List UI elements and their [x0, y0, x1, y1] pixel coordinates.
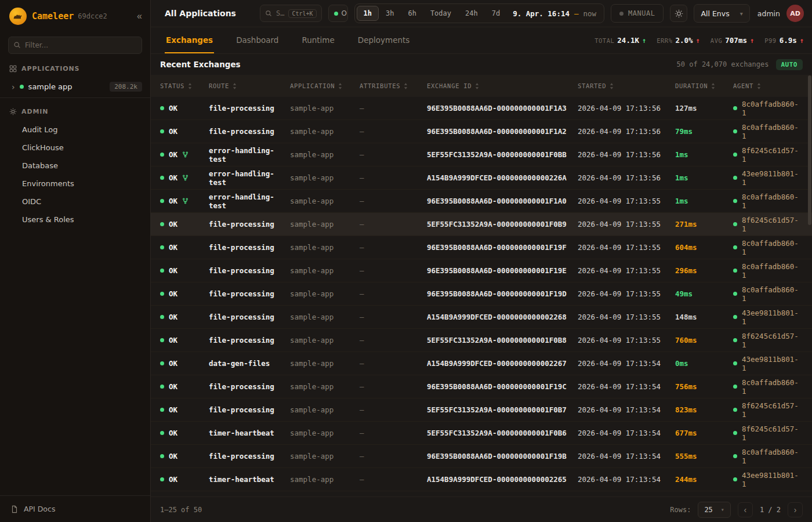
agent-cell: 8c0affadb860-1	[733, 239, 803, 256]
scrollbar-thumb[interactable]	[808, 75, 811, 225]
table-row[interactable]: OK error-handling-test sample-app — 96E3…	[151, 190, 812, 213]
table-row[interactable]: OK file-processing sample-app — 96E395B0…	[151, 375, 812, 398]
agent-label: 43ee9811b801-1	[742, 471, 803, 488]
duration-cell: 604ms	[675, 243, 733, 252]
table-row[interactable]: OK file-processing sample-app — 96E395B0…	[151, 282, 812, 306]
table-row[interactable]: OK file-processing sample-app — A154B9A9…	[151, 306, 812, 329]
table-row[interactable]: OK data-gen-files sample-app — A154B9A99…	[151, 352, 812, 375]
table-section-header: Recent Exchanges 50 of 24,070 exchanges …	[151, 54, 812, 75]
time-range-7d[interactable]: 7d	[485, 6, 507, 21]
sort-icon	[711, 83, 715, 89]
column-header-started[interactable]: STARTED	[578, 82, 675, 89]
sidebar-item-environments[interactable]: Environments	[0, 175, 150, 193]
user-avatar[interactable]: AD	[786, 5, 804, 22]
gear-icon	[9, 108, 17, 115]
tab-runtime[interactable]: Runtime	[300, 27, 335, 53]
table-row[interactable]: OK file-processing sample-app — 5EF55FC3…	[151, 213, 812, 236]
time-range-6h[interactable]: 6h	[401, 6, 423, 21]
global-search[interactable]: S… Ctrl+K	[260, 5, 322, 22]
route-cell: file-processing	[209, 289, 290, 298]
sidebar-item-database[interactable]: Database	[0, 157, 150, 175]
page-title: All Applications	[165, 9, 236, 18]
application-cell: sample-app	[290, 104, 360, 113]
duration-cell: 760ms	[675, 336, 733, 345]
agent-cell: 8c0affadb860-1	[733, 100, 803, 117]
theme-toggle-button[interactable]	[670, 5, 687, 22]
tab-deployments[interactable]: Deployments	[357, 27, 411, 53]
column-header-application[interactable]: APPLICATION	[290, 82, 360, 89]
started-cell: 2026-04-09 17:13:54	[578, 405, 675, 414]
route-cell: file-processing	[209, 452, 290, 461]
time-range-today[interactable]: Today	[423, 6, 458, 21]
agent-cell: 8c0affadb860-1	[733, 378, 803, 396]
table-row[interactable]: OK timer-heartbeat sample-app — A154B9A9…	[151, 468, 812, 491]
exchange-count-text: 50 of 24,070 exchanges	[677, 60, 769, 68]
manual-refresh-button[interactable]: MANUAL	[611, 4, 664, 23]
sidebar-item-users-roles[interactable]: Users & Roles	[0, 211, 150, 229]
table-row[interactable]: OK file-processing sample-app — 96E395B0…	[151, 259, 812, 282]
table-row[interactable]: OK file-processing sample-app — 96E395B0…	[151, 236, 812, 259]
sidebar-item-clickhouse[interactable]: ClickHouse	[0, 139, 150, 157]
date-range-display[interactable]: 9. Apr. 16:14 — now	[507, 9, 604, 18]
column-header-status[interactable]: STATUS	[160, 82, 209, 89]
agent-status-dot	[733, 222, 737, 226]
stat-err-rate: ERR% 2.0% ↑	[657, 36, 700, 45]
auto-refresh-badge[interactable]: AUTO	[776, 59, 803, 70]
table-row[interactable]: OK error-handling-test sample-app — A154…	[151, 166, 812, 190]
search-placeholder: S…	[276, 9, 284, 17]
sidebar-item-api-docs[interactable]: API Docs	[0, 495, 150, 522]
table-row[interactable]: OK file-processing sample-app — 5EF55FC3…	[151, 398, 812, 422]
sidebar-filter-input[interactable]	[8, 37, 142, 54]
started-cell: 2026-04-09 17:13:54	[578, 452, 675, 461]
tab-exchanges[interactable]: Exchanges	[165, 27, 214, 53]
table-row[interactable]: OK file-processing sample-app — 96E395B0…	[151, 97, 812, 120]
attributes-cell: —	[360, 475, 427, 484]
column-header-agent[interactable]: AGENT	[733, 82, 803, 89]
time-range-24h[interactable]: 24h	[458, 6, 485, 21]
application-cell: sample-app	[290, 197, 360, 205]
application-cell: sample-app	[290, 150, 360, 159]
table-row[interactable]: OK timer-heartbeat sample-app — 5EF55FC3…	[151, 422, 812, 445]
column-header-duration[interactable]: DURATION	[675, 82, 733, 89]
time-range-3h[interactable]: 3h	[379, 6, 401, 21]
duration-cell: 271ms	[675, 220, 733, 229]
attributes-cell: —	[360, 336, 427, 345]
connection-status-pill[interactable]: O	[328, 5, 348, 22]
table-row[interactable]: OK file-processing sample-app — 96E395B0…	[151, 445, 812, 468]
duration-cell: 677ms	[675, 429, 733, 437]
column-header-exchange-id[interactable]: EXCHANGE ID	[427, 82, 578, 89]
next-page-button[interactable]: ›	[788, 502, 803, 517]
environments-dropdown[interactable]: All Envs ▾	[694, 4, 749, 23]
chevron-down-icon: ▾	[721, 506, 724, 513]
time-range-1h[interactable]: 1h	[357, 6, 379, 21]
status-label: OK	[169, 127, 177, 136]
sun-icon	[675, 9, 683, 18]
rows-per-page-dropdown[interactable]: 25 ▾	[698, 502, 730, 518]
status-ok-dot	[160, 431, 164, 435]
agent-cell: 8f6245c61d57-1	[733, 425, 803, 442]
stat-label: AVG	[710, 37, 722, 44]
status-cell: OK	[160, 150, 209, 159]
sidebar-item-sample-app[interactable]: › sample app 208.2k	[0, 78, 150, 97]
sidebar-item-audit-log[interactable]: Audit Log	[0, 121, 150, 139]
tab-dashboard[interactable]: Dashboard	[235, 27, 280, 53]
sidebar-item-oidc[interactable]: OIDC	[0, 193, 150, 211]
stat-arrow: ↑	[750, 37, 754, 45]
main-content: All Applications S… Ctrl+K O 1h 3h 6h To…	[151, 0, 812, 522]
section-header-right: 50 of 24,070 exchanges AUTO	[677, 59, 803, 70]
started-cell: 2026-04-09 17:13:54	[578, 359, 675, 368]
duration-cell: 555ms	[675, 452, 733, 461]
exchange-id-cell: 96E395B0088AA6D-000000000001F1A2	[427, 127, 578, 136]
sidebar-collapse-button[interactable]: «	[137, 11, 142, 21]
sidebar-header: Cameleer 69dcce2 «	[0, 0, 150, 31]
duration-cell: 1ms	[675, 150, 733, 159]
column-header-route[interactable]: ROUTE	[209, 82, 290, 89]
table-row[interactable]: OK error-handling-test sample-app — 5EF5…	[151, 143, 812, 166]
duration-cell: 1ms	[675, 197, 733, 205]
table-row[interactable]: OK file-processing sample-app — 96E395B0…	[151, 120, 812, 143]
previous-page-button[interactable]: ‹	[738, 502, 753, 517]
exchange-id-cell: 5EF55FC31352A9A-000000000001F0B7	[427, 405, 578, 414]
column-header-attributes[interactable]: ATTRIBUTES	[360, 82, 427, 89]
table-row[interactable]: OK file-processing sample-app — 5EF55FC3…	[151, 329, 812, 352]
search-icon	[265, 10, 272, 17]
